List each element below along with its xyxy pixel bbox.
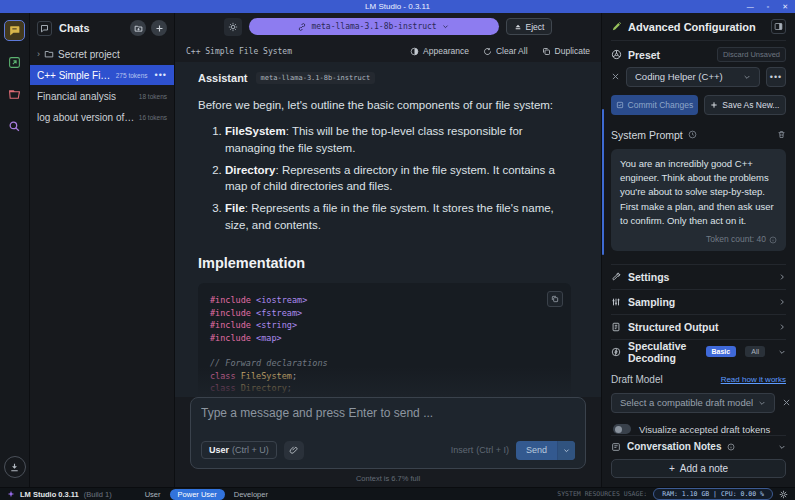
left-icon-rail	[0, 13, 30, 487]
downloads-button[interactable]	[4, 456, 26, 478]
copy-code-button[interactable]	[547, 291, 563, 307]
link-icon	[298, 23, 306, 31]
model-settings-button[interactable]	[224, 18, 242, 36]
new-folder-button[interactable]	[130, 20, 146, 36]
nav-chat-tab[interactable]	[4, 20, 25, 41]
settings-gear-icon[interactable]	[779, 490, 788, 499]
collapse-panel-button[interactable]	[771, 19, 786, 34]
note-icon	[611, 442, 621, 452]
statusbar: LM Studio 0.3.11 (Build 1) User Power Us…	[0, 487, 795, 500]
chevron-right-icon	[778, 273, 786, 281]
mode-developer[interactable]: Developer	[234, 490, 268, 499]
composer-toolbar: User (Ctrl + U) Insert (Ctrl + I) Send	[201, 440, 575, 460]
advanced-configuration-panel: Advanced Configuration Preset Discard Un…	[601, 13, 795, 487]
add-note-button[interactable]: + Add a note	[611, 459, 786, 478]
attach-file-button[interactable]	[284, 441, 304, 460]
panel-scrollbar-thumb[interactable]	[602, 109, 604, 255]
config-header: Advanced Configuration	[611, 13, 786, 41]
mode-user[interactable]: User	[145, 490, 161, 499]
model-bar: meta-llama-3.1-8b-instruct Eject	[175, 13, 601, 40]
chevron-right-icon: ›	[37, 49, 40, 59]
appearance-button[interactable]: Appearance	[410, 46, 469, 56]
eject-model-button[interactable]: Eject	[506, 18, 553, 35]
preset-dropdown[interactable]: Coding Helper (C++)	[626, 67, 760, 87]
nav-developer-tab[interactable]	[4, 52, 25, 73]
draft-model-placeholder: Select a compatible draft model	[620, 397, 753, 408]
system-prompt-box[interactable]: You are an incredibly good C++ engineer.…	[611, 149, 786, 251]
basic-mode-pill[interactable]: Basic	[706, 346, 737, 357]
section-label: Sampling	[628, 296, 771, 308]
chat-item-menu-icon[interactable]: •••	[155, 70, 167, 80]
info-icon	[769, 236, 777, 244]
loaded-model-pill[interactable]: meta-llama-3.1-8b-instruct	[249, 18, 499, 35]
loaded-model-name: meta-llama-3.1-8b-instruct	[311, 22, 436, 31]
config-sections: Settings Sampling Structured Output Spec…	[611, 264, 786, 364]
maximize-button[interactable]: ▫	[767, 3, 769, 10]
nav-discover-tab[interactable]	[4, 116, 25, 137]
chat-toolbar: Appearance Clear All Duplicate	[410, 46, 590, 56]
role-selector-shortcut: (Ctrl + U)	[232, 445, 269, 455]
send-options-caret[interactable]	[557, 441, 575, 460]
chat-folder-secret-project[interactable]: › Secret project	[30, 44, 174, 64]
delete-system-prompt-button[interactable]	[777, 130, 786, 139]
chevron-right-icon	[778, 298, 786, 306]
close-button[interactable]: ✕	[782, 3, 788, 11]
system-prompt-label: System Prompt	[611, 129, 683, 141]
save-as-new-button[interactable]: Save As New...	[704, 95, 786, 115]
folder-icon	[44, 49, 54, 59]
draft-model-label: Draft Model	[611, 374, 721, 385]
section-sampling[interactable]: Sampling	[611, 289, 786, 314]
clear-preset-icon[interactable]	[611, 72, 620, 81]
draft-model-dropdown[interactable]: Select a compatible draft model	[611, 393, 775, 413]
read-how-it-works-link[interactable]: Read how it works	[721, 375, 786, 384]
statusbar-right: SYSTEM RESOURCES USAGE: RAM: 1.10 GB | C…	[557, 488, 788, 500]
all-mode-pill[interactable]: All	[745, 346, 765, 357]
new-chat-button[interactable]	[151, 20, 167, 36]
draft-select-row: Select a compatible draft model	[611, 393, 786, 413]
nav-my-models-tab[interactable]	[4, 84, 25, 105]
commit-icon	[616, 101, 624, 109]
chat-token-count: 18 tokens	[139, 93, 167, 100]
send-label: Send	[516, 445, 557, 455]
minimize-button[interactable]: —	[747, 3, 754, 10]
send-button[interactable]: Send	[516, 441, 575, 460]
preset-icon	[611, 49, 622, 60]
insert-label: Insert	[451, 445, 474, 455]
discard-unsaved-button[interactable]: Discard Unsaved	[717, 47, 786, 62]
chevron-down-icon	[758, 399, 766, 407]
chevron-down-icon	[563, 447, 570, 454]
code-line	[210, 345, 559, 358]
conversation-notes-header[interactable]: Conversation Notes	[611, 435, 786, 458]
duplicate-button[interactable]: Duplicate	[542, 46, 590, 56]
folder-label: Secret project	[58, 49, 120, 60]
implementation-heading: Implementation	[198, 255, 571, 271]
visualize-tokens-row: Visualize accepted draft tokens	[611, 424, 786, 435]
message-input[interactable]	[201, 406, 575, 440]
clear-all-button[interactable]: Clear All	[483, 46, 528, 56]
config-title: Advanced Configuration	[628, 21, 765, 33]
section-structured-output[interactable]: Structured Output	[611, 314, 786, 339]
preset-menu-button[interactable]: •••	[766, 67, 786, 87]
section-settings[interactable]: Settings	[611, 264, 786, 289]
chevron-down-icon	[778, 443, 786, 451]
chevron-down-icon	[442, 23, 449, 30]
draft-model-row: Draft Model Read how it works	[611, 374, 786, 385]
info-icon	[727, 443, 735, 451]
resources-usage-pill[interactable]: RAM: 1.10 GB | CPU: 0.00 %	[653, 488, 773, 500]
list-item: FileSystem: This will be the top-level c…	[225, 123, 571, 156]
visualize-tokens-toggle[interactable]	[613, 424, 631, 434]
preset-label: Preset	[628, 49, 711, 61]
clear-draft-model-icon[interactable]	[782, 398, 791, 407]
chats-panel-title: Chats	[59, 22, 125, 34]
chat-item-selected[interactable]: C++ Simple File System 275 tokens •••	[30, 65, 174, 85]
chat-item[interactable]: Financial analysis 18 tokens	[30, 86, 174, 106]
mode-power-user-active[interactable]: Power User	[170, 489, 225, 500]
section-label: Speculative Decoding	[628, 340, 699, 364]
section-speculative-decoding[interactable]: Speculative Decoding Basic All	[611, 339, 786, 364]
commit-changes-button[interactable]: Commit Changes	[611, 95, 698, 115]
history-clock-icon[interactable]	[688, 130, 697, 139]
chat-item[interactable]: log about version of ... 16 tokens	[30, 107, 174, 127]
role-selector-button[interactable]: User (Ctrl + U)	[201, 441, 277, 459]
add-note-label: Add a note	[680, 463, 728, 474]
message-model-badge: meta-llama-3.1-8b-instruct	[256, 72, 376, 84]
